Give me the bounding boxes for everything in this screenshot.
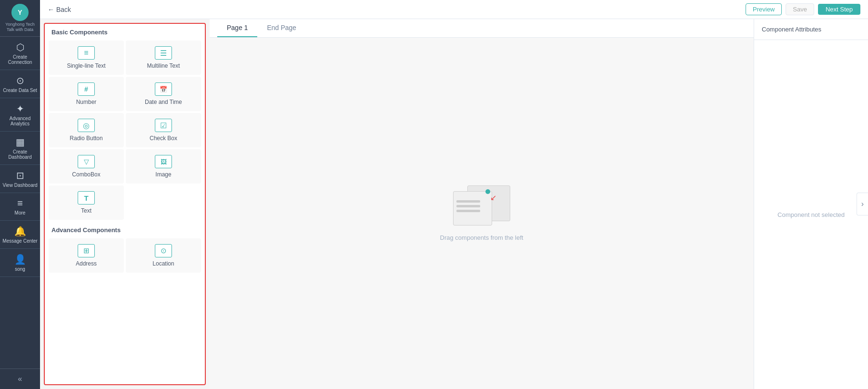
sidebar-logo: Y Yonghong TechTalk with Data [0,0,40,37]
view-dashboard-icon: ⊡ [16,170,24,181]
check-box-icon [155,119,172,132]
component-date-and-time[interactable]: Date and Time [126,77,201,111]
sidebar-item-label: Message Center [2,238,37,244]
basic-components-grid: Single-line Text Multiline Text Number D… [45,39,205,222]
attributes-panel: Component Attributes Component not selec… [754,19,868,389]
content-area: Basic Components Single-line Text Multil… [40,19,868,389]
drag-hint-text: Drag components from the left [440,234,524,241]
number-icon [78,82,95,96]
single-line-text-icon [78,46,95,60]
component-label: ComboBox [72,171,100,178]
attributes-panel-title: Component Attributes [754,19,868,40]
component-text[interactable]: Text [49,185,124,220]
sidebar-item-label: Create Data Set [3,88,37,93]
logo-text: Yonghong TechTalk with Data [5,22,35,32]
create-dataset-icon: ⊙ [16,75,24,86]
attributes-expand-button[interactable]: › [857,193,868,215]
component-label: Single-line Text [67,62,105,69]
advanced-components-title: Advanced Components [45,222,205,236]
components-panel: Basic Components Single-line Text Multil… [44,23,206,385]
sidebar-item-view-dashboard[interactable]: ⊡ View Dashboard [0,165,40,193]
tab-end-page[interactable]: End Page [257,19,306,37]
drag-page-front [453,191,492,225]
canvas-area: Page 1 End Page [210,19,754,389]
sidebar-collapse-button[interactable]: « [0,369,40,389]
component-combobox[interactable]: ComboBox [49,149,124,184]
advanced-analytics-icon: ✦ [16,103,24,114]
component-label: Number [76,99,97,105]
component-single-line-text[interactable]: Single-line Text [49,41,124,75]
component-image[interactable]: Image [126,149,201,184]
image-icon [155,155,172,168]
component-label: Text [81,207,91,214]
tab-page-1[interactable]: Page 1 [217,19,257,37]
drag-placeholder: ↙ Drag components from the left [440,185,524,241]
topbar-right: Preview Save Next Step [746,3,860,15]
back-button[interactable]: ← Back [48,6,71,13]
back-arrow-icon: ← [48,6,54,13]
message-center-icon: 🔔 [14,225,26,237]
collapse-icon: « [18,375,22,383]
drag-page-lines [456,200,480,212]
radio-button-icon [78,119,95,132]
right-panel-wrapper: Component Attributes Component not selec… [754,19,868,389]
component-location[interactable]: Location [126,238,201,273]
text-icon [78,191,95,205]
create-dashboard-icon: ▦ [16,136,25,148]
logo-icon: Y [11,4,29,21]
component-label: Radio Button [70,135,102,142]
topbar: ← Back Preview Save Next Step [40,0,868,19]
drag-arrow-icon: ↙ [490,193,496,202]
sidebar-item-label: song [15,266,25,272]
sidebar-item-create-connection[interactable]: ⬡ Create Connection [0,37,40,70]
create-connection-icon: ⬡ [16,41,24,53]
component-label: Check Box [150,135,177,142]
save-button[interactable]: Save [786,3,814,15]
address-icon [78,244,95,257]
basic-components-title: Basic Components [45,24,205,39]
component-radio-button[interactable]: Radio Button [49,113,124,147]
main-wrapper: ← Back Preview Save Next Step Basic Comp… [40,0,868,389]
topbar-left: ← Back [48,6,71,13]
sidebar-item-message-center[interactable]: 🔔 Message Center [0,221,40,249]
component-label: Date and Time [145,99,182,105]
user-icon: 👤 [14,254,26,265]
canvas-content: ↙ Drag components from the left [210,38,754,389]
more-icon: ≡ [17,198,23,209]
component-address[interactable]: Address [49,238,124,273]
drag-dot [485,189,490,194]
component-number[interactable]: Number [49,77,124,111]
sidebar-item-label: Create Dashboard [2,149,38,160]
canvas-tabs: Page 1 End Page [210,19,754,38]
advanced-components-grid: Address Location [45,236,205,275]
sidebar-item-user[interactable]: 👤 song [0,249,40,277]
component-label: Multiline Text [147,62,180,69]
sidebar-item-create-dataset[interactable]: ⊙ Create Data Set [0,70,40,98]
component-label: Location [152,260,174,267]
location-icon [155,244,172,257]
next-step-button[interactable]: Next Step [818,4,860,15]
sidebar-item-label: Create Connection [2,54,38,65]
component-label: Image [155,171,171,178]
preview-button[interactable]: Preview [746,3,782,15]
component-multiline-text[interactable]: Multiline Text [126,41,201,75]
drag-illustration: ↙ [453,185,510,228]
sidebar-item-create-dashboard[interactable]: ▦ Create Dashboard [0,132,40,165]
component-label: Address [76,260,97,267]
sidebar-item-label: More [15,210,26,215]
multiline-text-icon [155,46,172,60]
date-time-icon [155,82,172,96]
back-label: Back [56,6,71,13]
sidebar-item-label: Advanced Analytics [2,116,38,126]
sidebar: Y Yonghong TechTalk with Data ⬡ Create C… [0,0,40,389]
attributes-empty-text: Component not selected [754,40,868,389]
sidebar-item-label: View Dashboard [2,183,37,188]
component-check-box[interactable]: Check Box [126,113,201,147]
sidebar-item-more[interactable]: ≡ More [0,193,40,221]
sidebar-item-advanced-analytics[interactable]: ✦ Advanced Analytics [0,98,40,132]
combobox-icon [78,155,95,168]
